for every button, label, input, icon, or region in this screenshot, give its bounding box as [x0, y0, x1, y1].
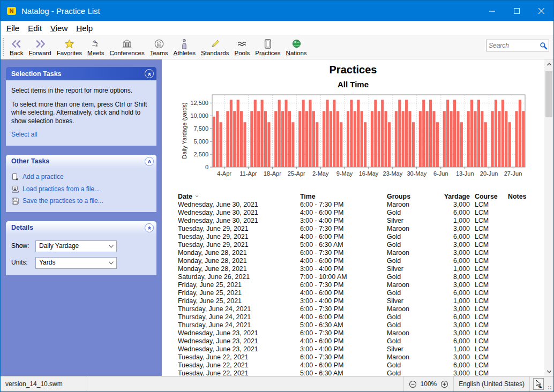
toolbar-button-standards[interactable]: Standards: [198, 37, 231, 57]
table-row[interactable]: Wednesday, June 30, 20216:00 - 7:30 PMMa…: [178, 201, 544, 209]
column-header-notes[interactable]: Notes: [503, 193, 544, 201]
bar[interactable]: [261, 100, 264, 167]
bar[interactable]: [305, 111, 308, 167]
bar[interactable]: [357, 100, 360, 167]
bar[interactable]: [312, 111, 315, 167]
bar[interactable]: [505, 111, 507, 167]
table-row[interactable]: Wednesday, June 23, 20216:00 - 7:30 PMMa…: [178, 329, 544, 337]
table-row[interactable]: Tuesday, June 22, 20216:00 - 7:30 PMMaro…: [178, 353, 544, 361]
bar[interactable]: [446, 100, 449, 167]
table-row[interactable]: Friday, June 25, 20213:00 - 4:00 PMSilve…: [178, 297, 544, 305]
bar[interactable]: [501, 100, 504, 167]
column-header-course[interactable]: Course: [470, 193, 503, 201]
bar[interactable]: [250, 111, 253, 167]
panel-header-other-tasks[interactable]: Other Tasks: [6, 155, 156, 168]
daily-yardage-chart[interactable]: Daily Yardage (yards) 02,5005,0007,50010…: [162, 93, 544, 185]
table-row[interactable]: Tuesday, June 29, 20216:00 - 7:30 PMMaro…: [178, 225, 544, 233]
zoom-in-button[interactable]: [440, 380, 448, 388]
bar[interactable]: [450, 111, 453, 167]
show-dropdown[interactable]: Daily Yardage: [35, 240, 117, 252]
bar[interactable]: [388, 122, 391, 167]
bar[interactable]: [405, 100, 408, 167]
toolbar-button-back[interactable]: Back: [7, 37, 26, 57]
bar[interactable]: [347, 111, 349, 167]
panel-header-details[interactable]: Details: [6, 221, 156, 235]
bar[interactable]: [233, 111, 236, 167]
toolbar-button-nations[interactable]: Nations: [283, 37, 310, 57]
bar[interactable]: [254, 100, 257, 167]
table-row[interactable]: Tuesday, June 29, 20214:00 - 6:00 PMGold…: [178, 233, 544, 241]
table-row[interactable]: Tuesday, June 29, 20215:00 - 6:30 AMGold…: [178, 241, 544, 249]
bar[interactable]: [470, 100, 473, 167]
bar[interactable]: [291, 122, 294, 167]
bar[interactable]: [432, 111, 435, 167]
column-header-yardage[interactable]: Yardage: [430, 193, 470, 201]
bar[interactable]: [498, 111, 500, 167]
bar[interactable]: [264, 111, 267, 167]
select-tool-button[interactable]: A: [530, 376, 547, 391]
bar[interactable]: [429, 100, 432, 167]
bar[interactable]: [350, 100, 353, 167]
bar[interactable]: [436, 122, 439, 167]
collapse-button[interactable]: [145, 69, 154, 78]
toolbar-button-forward[interactable]: Forward: [26, 37, 54, 57]
title-bar[interactable]: N Natalog - Practice List: [1, 1, 553, 21]
scroll-down-button[interactable]: [544, 367, 553, 376]
scroll-up-button[interactable]: [544, 59, 553, 69]
bar[interactable]: [378, 111, 380, 167]
toolbar-button-conferences[interactable]: Conferences: [107, 37, 147, 57]
table-row[interactable]: Tuesday, June 22, 20214:00 - 6:00 PMGold…: [178, 361, 544, 370]
vertical-scrollbar[interactable]: [544, 59, 553, 376]
bar[interactable]: [426, 111, 429, 167]
bar[interactable]: [374, 100, 377, 167]
zoom-out-button[interactable]: [409, 380, 417, 388]
bar[interactable]: [354, 111, 356, 167]
bar[interactable]: [422, 100, 425, 167]
bar[interactable]: [495, 100, 497, 167]
chart-plot[interactable]: 02,5005,0007,50010,00012,5004-Apr11-Apr1…: [162, 93, 537, 184]
toolbar-button-pools[interactable]: Pools: [232, 37, 253, 57]
search-input[interactable]: [486, 42, 538, 49]
bar[interactable]: [481, 111, 483, 167]
bar[interactable]: [381, 100, 384, 167]
table-row[interactable]: Thursday, June 24, 20215:00 - 6:30 AMGol…: [178, 321, 544, 329]
table-row[interactable]: Friday, June 25, 20214:00 - 6:00 PMGold6…: [178, 289, 544, 297]
bar[interactable]: [237, 100, 239, 167]
bar[interactable]: [385, 111, 387, 167]
menu-item-file[interactable]: File: [2, 24, 24, 33]
bar[interactable]: [398, 100, 401, 167]
collapse-button[interactable]: [145, 223, 154, 232]
table-row[interactable]: Saturday, June 26, 20217:00 - 10:00 AMGo…: [178, 273, 544, 281]
resize-grip[interactable]: [547, 376, 553, 391]
table-row[interactable]: Monday, June 28, 20214:00 - 6:00 PMGold6…: [178, 257, 544, 265]
bar[interactable]: [460, 122, 463, 167]
collapse-button[interactable]: [145, 157, 154, 166]
bar[interactable]: [484, 122, 487, 167]
bar[interactable]: [213, 117, 215, 167]
toolbar-button-favorites[interactable]: Favorites: [54, 37, 85, 57]
menu-item-help[interactable]: Help: [72, 24, 97, 33]
bar[interactable]: [395, 111, 398, 167]
toolbar-button-teams[interactable]: Teams: [147, 37, 171, 57]
bar[interactable]: [323, 111, 325, 167]
bar[interactable]: [474, 111, 476, 167]
bar[interactable]: [491, 111, 494, 167]
search-icon[interactable]: [538, 42, 549, 50]
bar[interactable]: [309, 100, 311, 167]
maximize-button[interactable]: [504, 1, 529, 21]
bar[interactable]: [285, 100, 287, 167]
bar[interactable]: [257, 111, 260, 167]
bar[interactable]: [333, 100, 335, 167]
bar[interactable]: [226, 111, 229, 167]
bar[interactable]: [467, 111, 470, 167]
bar[interactable]: [409, 111, 411, 167]
bar[interactable]: [326, 100, 328, 167]
bar[interactable]: [240, 111, 243, 167]
bar[interactable]: [519, 100, 521, 167]
bar[interactable]: [298, 111, 301, 167]
bar[interactable]: [220, 122, 222, 167]
select-all-link[interactable]: Select all: [11, 131, 151, 139]
bar[interactable]: [443, 111, 446, 167]
table-row[interactable]: Monday, June 28, 20216:00 - 7:30 PMMaroo…: [178, 249, 544, 257]
task-link-load-practices-from-a-file[interactable]: Load practices from a file...: [11, 185, 151, 194]
